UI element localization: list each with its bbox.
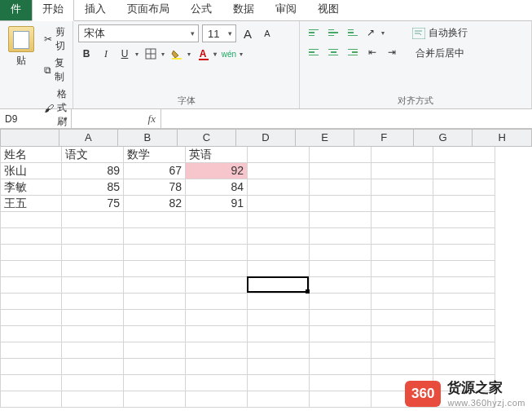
cell[interactable] <box>433 196 495 212</box>
font-size-combo[interactable]: 11 <box>202 24 236 42</box>
cell[interactable] <box>0 261 62 277</box>
cell[interactable] <box>124 261 186 277</box>
underline-button[interactable]: U <box>117 46 140 62</box>
cell[interactable] <box>248 375 310 391</box>
cell[interactable] <box>433 310 495 326</box>
orientation-button[interactable]: ↗ <box>363 24 386 41</box>
cell[interactable] <box>248 245 310 261</box>
increase-font-button[interactable]: A <box>240 25 256 42</box>
cell[interactable] <box>372 245 433 261</box>
cell[interactable] <box>0 391 62 408</box>
cell[interactable]: 英语 <box>186 147 248 163</box>
cell[interactable] <box>310 359 372 375</box>
select-all-corner[interactable] <box>0 129 59 147</box>
col-header-C[interactable]: C <box>178 129 237 147</box>
cell[interactable] <box>310 375 372 391</box>
cell[interactable] <box>248 359 310 375</box>
cell[interactable] <box>0 326 62 342</box>
cell[interactable] <box>310 196 372 212</box>
cell[interactable] <box>62 359 124 375</box>
cell[interactable]: 数学 <box>124 147 186 163</box>
cell[interactable] <box>372 163 433 179</box>
cell[interactable]: 84 <box>186 179 248 196</box>
align-bottom-button[interactable] <box>344 24 362 41</box>
cell[interactable] <box>62 228 124 245</box>
cell[interactable] <box>310 326 372 342</box>
cell[interactable]: 91 <box>186 196 248 212</box>
cell[interactable] <box>62 212 124 228</box>
cell[interactable] <box>310 147 372 163</box>
cell[interactable] <box>0 294 62 310</box>
cell[interactable] <box>248 310 310 326</box>
align-top-button[interactable] <box>305 24 323 41</box>
cell[interactable] <box>124 391 186 408</box>
cell[interactable] <box>433 228 495 245</box>
tab-review[interactable]: 审阅 <box>265 0 307 20</box>
align-left-button[interactable] <box>305 44 323 60</box>
tab-view[interactable]: 视图 <box>307 0 350 20</box>
cell[interactable] <box>186 391 248 408</box>
cell[interactable] <box>186 245 248 261</box>
cell[interactable] <box>433 342 495 359</box>
cell[interactable] <box>433 359 495 375</box>
cell[interactable] <box>433 261 495 277</box>
tab-file[interactable]: 件 <box>0 0 32 20</box>
formula-input[interactable] <box>161 109 532 128</box>
cell[interactable] <box>62 342 124 359</box>
cell[interactable] <box>186 359 248 375</box>
cell[interactable] <box>248 212 310 228</box>
cell[interactable] <box>124 310 186 326</box>
cell[interactable] <box>310 179 372 196</box>
cell[interactable] <box>310 245 372 261</box>
cell[interactable] <box>186 212 248 228</box>
cell[interactable] <box>124 359 186 375</box>
cell[interactable] <box>372 228 433 245</box>
cell[interactable] <box>433 163 495 179</box>
fx-button[interactable]: fx <box>72 109 161 128</box>
cell[interactable]: 89 <box>62 163 124 179</box>
cell[interactable] <box>124 294 186 310</box>
tab-formulas[interactable]: 公式 <box>180 0 222 20</box>
col-header-A[interactable]: A <box>59 129 119 147</box>
cell[interactable] <box>310 212 372 228</box>
fill-color-button[interactable] <box>169 46 192 62</box>
cell[interactable] <box>248 163 310 179</box>
cell[interactable] <box>186 375 248 391</box>
cell[interactable] <box>433 294 495 310</box>
cell[interactable] <box>0 310 62 326</box>
cell[interactable] <box>372 342 433 359</box>
col-header-B[interactable]: B <box>118 129 178 147</box>
wrap-text-button[interactable]: 自动换行 <box>409 24 471 42</box>
decrease-indent-button[interactable]: ⇤ <box>363 44 381 60</box>
cell[interactable] <box>186 228 248 245</box>
cell[interactable]: 78 <box>124 179 186 196</box>
cell[interactable]: 67 <box>124 163 186 179</box>
italic-button[interactable]: I <box>98 46 114 62</box>
cell[interactable] <box>124 212 186 228</box>
cell[interactable] <box>433 277 495 294</box>
cell[interactable] <box>248 228 310 245</box>
cell[interactable] <box>372 326 433 342</box>
cell[interactable] <box>0 277 62 294</box>
cell[interactable]: 85 <box>62 179 124 196</box>
cell[interactable] <box>310 391 372 408</box>
border-button[interactable] <box>143 46 166 62</box>
cell[interactable] <box>372 277 433 294</box>
font-color-button[interactable]: A <box>196 46 218 62</box>
cell[interactable] <box>124 277 186 294</box>
cell[interactable] <box>372 359 433 375</box>
cell[interactable] <box>433 212 495 228</box>
cell[interactable]: 王五 <box>0 196 62 212</box>
copy-button[interactable]: ⧉ 复制 <box>42 55 68 85</box>
cell[interactable]: 75 <box>62 196 124 212</box>
cell[interactable] <box>124 228 186 245</box>
cell[interactable] <box>248 277 310 294</box>
cell[interactable] <box>0 212 62 228</box>
cell[interactable] <box>186 326 248 342</box>
cell[interactable] <box>62 326 124 342</box>
cell[interactable] <box>248 196 310 212</box>
cell[interactable] <box>0 375 62 391</box>
cell[interactable] <box>124 342 186 359</box>
cell[interactable] <box>62 375 124 391</box>
cell[interactable] <box>248 391 310 408</box>
